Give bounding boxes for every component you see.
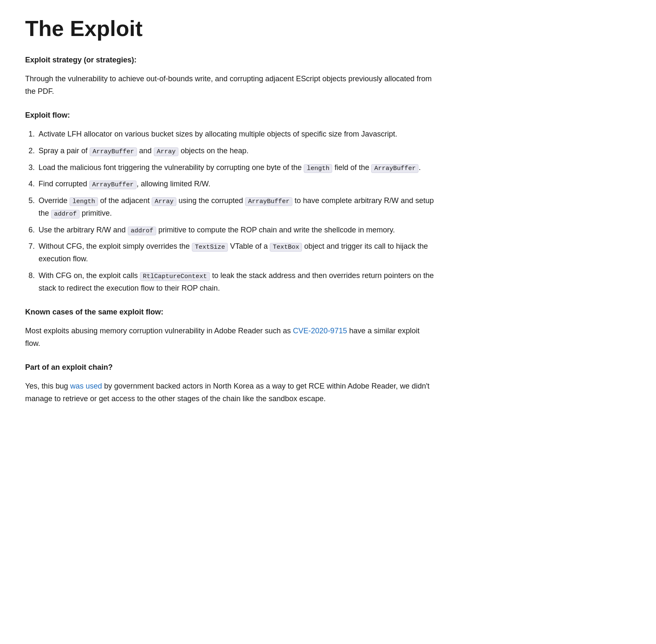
page-title: The Exploit: [25, 17, 436, 41]
list-item: Spray a pair of ArrayBuffer and Array ob…: [37, 145, 436, 157]
exploit-strategy-heading: Exploit strategy (or strategies):: [25, 54, 436, 66]
exploit-flow-heading: Exploit flow:: [25, 109, 436, 121]
cve-link[interactable]: CVE-2020-9715: [293, 327, 347, 335]
exploit-chain-before: Yes, this bug: [25, 382, 70, 390]
list-item: Without CFG, the exploit simply override…: [37, 240, 436, 265]
exploit-flow-section: Exploit flow: Activate LFH allocator on …: [25, 109, 436, 294]
exploit-strategy-section: Exploit strategy (or strategies): Throug…: [25, 54, 436, 98]
code-addrof-1: addrof: [51, 210, 80, 219]
exploit-strategy-paragraph: Through the vulnerability to achieve out…: [25, 73, 436, 98]
code-textbox: TextBox: [270, 243, 302, 252]
code-array-2: Array: [152, 197, 176, 206]
code-addrof-2: addrof: [128, 227, 156, 235]
code-arraybuffer-4: ArrayBuffer: [245, 197, 292, 206]
code-length-2: length: [70, 197, 98, 206]
known-cases-section: Known cases of the same exploit flow: Mo…: [25, 306, 436, 350]
exploit-chain-heading: Part of an exploit chain?: [25, 361, 436, 374]
exploit-chain-paragraph: Yes, this bug was used by government bac…: [25, 380, 436, 405]
code-array-1: Array: [154, 147, 178, 156]
code-arraybuffer-1: ArrayBuffer: [90, 147, 137, 156]
list-item: Override length of the adjacent Array us…: [37, 195, 436, 220]
code-length-1: length: [304, 164, 332, 173]
exploit-flow-list: Activate LFH allocator on various bucket…: [37, 128, 436, 294]
code-rtlcapturecontext: RtlCaptureContext: [140, 272, 210, 281]
known-cases-paragraph: Most exploits abusing memory corruption …: [25, 325, 436, 350]
list-item: Activate LFH allocator on various bucket…: [37, 128, 436, 141]
known-cases-before: Most exploits abusing memory corruption …: [25, 327, 293, 335]
was-used-link[interactable]: was used: [70, 382, 102, 390]
list-item: Find corrupted ArrayBuffer, allowing lim…: [37, 178, 436, 191]
list-item: Use the arbitrary R/W and addrof primiti…: [37, 224, 436, 237]
code-textsize: TextSize: [192, 243, 228, 252]
list-item: Load the malicious font triggering the v…: [37, 162, 436, 174]
exploit-chain-section: Part of an exploit chain? Yes, this bug …: [25, 361, 436, 405]
list-item: With CFG on, the exploit calls RtlCaptur…: [37, 270, 436, 294]
code-arraybuffer-2: ArrayBuffer: [371, 164, 418, 173]
known-cases-heading: Known cases of the same exploit flow:: [25, 306, 436, 318]
code-arraybuffer-3: ArrayBuffer: [89, 180, 137, 189]
